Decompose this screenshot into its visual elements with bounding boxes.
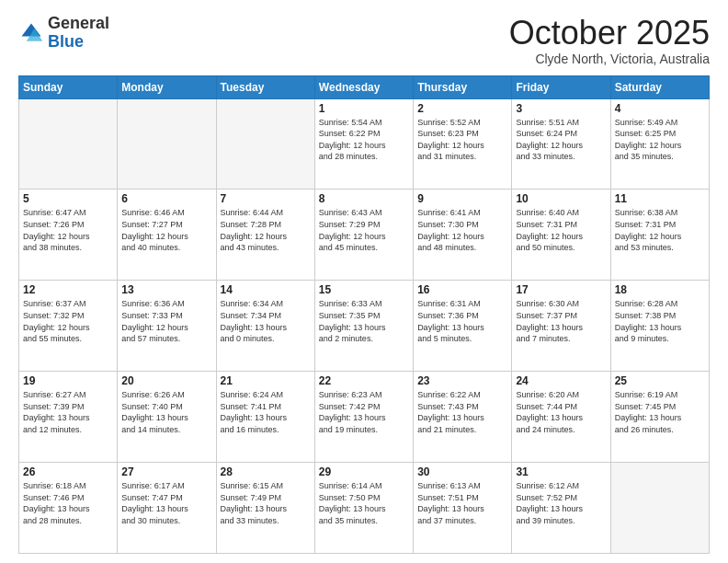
day-number: 29 — [319, 465, 409, 478]
day-number: 21 — [221, 374, 311, 387]
title-block: October 2025 Clyde North, Victoria, Aust… — [509, 15, 710, 66]
day-info: Sunrise: 6:23 AM Sunset: 7:42 PM Dayligh… — [319, 389, 409, 435]
day-number: 6 — [121, 192, 211, 205]
day-number: 8 — [319, 192, 409, 205]
calendar-cell: 5Sunrise: 6:47 AM Sunset: 7:26 PM Daylig… — [19, 190, 118, 281]
calendar-cell: 2Sunrise: 5:52 AM Sunset: 6:23 PM Daylig… — [414, 98, 512, 190]
day-number: 3 — [516, 102, 606, 115]
location: Clyde North, Victoria, Australia — [509, 52, 710, 66]
day-info: Sunrise: 6:44 AM Sunset: 7:28 PM Dayligh… — [221, 207, 311, 253]
calendar-cell: 9Sunrise: 6:41 AM Sunset: 7:30 PM Daylig… — [414, 190, 512, 281]
calendar-cell: 29Sunrise: 6:14 AM Sunset: 7:50 PM Dayli… — [314, 463, 413, 554]
calendar-cell: 27Sunrise: 6:17 AM Sunset: 7:47 PM Dayli… — [118, 463, 216, 554]
day-number: 7 — [221, 192, 311, 205]
day-info: Sunrise: 6:27 AM Sunset: 7:39 PM Dayligh… — [23, 389, 113, 435]
calendar-cell: 11Sunrise: 6:38 AM Sunset: 7:31 PM Dayli… — [610, 190, 709, 281]
day-info: Sunrise: 6:13 AM Sunset: 7:51 PM Dayligh… — [417, 480, 507, 526]
calendar-cell: 7Sunrise: 6:44 AM Sunset: 7:28 PM Daylig… — [216, 190, 314, 281]
calendar-cell: 14Sunrise: 6:34 AM Sunset: 7:34 PM Dayli… — [216, 281, 314, 372]
calendar-cell: 30Sunrise: 6:13 AM Sunset: 7:51 PM Dayli… — [414, 463, 512, 554]
calendar-cell: 8Sunrise: 6:43 AM Sunset: 7:29 PM Daylig… — [314, 190, 413, 281]
day-number: 20 — [121, 374, 211, 387]
day-info: Sunrise: 6:34 AM Sunset: 7:34 PM Dayligh… — [221, 298, 311, 344]
day-info: Sunrise: 6:12 AM Sunset: 7:52 PM Dayligh… — [516, 480, 606, 526]
day-info: Sunrise: 6:38 AM Sunset: 7:31 PM Dayligh… — [615, 207, 705, 253]
calendar-cell: 13Sunrise: 6:36 AM Sunset: 7:33 PM Dayli… — [118, 281, 216, 372]
logo-icon — [18, 20, 44, 46]
day-of-week-header: Saturday — [610, 75, 709, 98]
day-number: 4 — [615, 102, 705, 115]
calendar-cell: 18Sunrise: 6:28 AM Sunset: 7:38 PM Dayli… — [610, 281, 709, 372]
calendar-cell: 6Sunrise: 6:46 AM Sunset: 7:27 PM Daylig… — [118, 190, 216, 281]
day-of-week-header: Monday — [118, 75, 216, 98]
calendar-cell — [19, 98, 118, 190]
calendar-cell — [216, 98, 314, 190]
page: General Blue October 2025 Clyde North, V… — [0, 0, 728, 563]
calendar-cell: 4Sunrise: 5:49 AM Sunset: 6:25 PM Daylig… — [610, 98, 709, 190]
day-info: Sunrise: 6:26 AM Sunset: 7:40 PM Dayligh… — [121, 389, 211, 435]
calendar-cell: 3Sunrise: 5:51 AM Sunset: 6:24 PM Daylig… — [512, 98, 610, 190]
day-number: 22 — [319, 374, 409, 387]
calendar-cell — [118, 98, 216, 190]
calendar-cell: 16Sunrise: 6:31 AM Sunset: 7:36 PM Dayli… — [414, 281, 512, 372]
calendar-cell: 24Sunrise: 6:20 AM Sunset: 7:44 PM Dayli… — [512, 372, 610, 463]
day-info: Sunrise: 6:41 AM Sunset: 7:30 PM Dayligh… — [417, 207, 507, 253]
calendar-table: SundayMondayTuesdayWednesdayThursdayFrid… — [18, 75, 710, 554]
calendar-cell: 20Sunrise: 6:26 AM Sunset: 7:40 PM Dayli… — [118, 372, 216, 463]
day-number: 26 — [23, 465, 113, 478]
day-info: Sunrise: 6:17 AM Sunset: 7:47 PM Dayligh… — [121, 480, 211, 526]
day-number: 17 — [516, 283, 606, 296]
day-info: Sunrise: 6:43 AM Sunset: 7:29 PM Dayligh… — [319, 207, 409, 253]
day-info: Sunrise: 6:28 AM Sunset: 7:38 PM Dayligh… — [615, 298, 705, 344]
day-of-week-header: Wednesday — [314, 75, 413, 98]
day-number: 27 — [121, 465, 211, 478]
day-info: Sunrise: 6:20 AM Sunset: 7:44 PM Dayligh… — [516, 389, 606, 435]
calendar-cell: 23Sunrise: 6:22 AM Sunset: 7:43 PM Dayli… — [414, 372, 512, 463]
day-info: Sunrise: 6:37 AM Sunset: 7:32 PM Dayligh… — [23, 298, 113, 344]
day-of-week-header: Thursday — [414, 75, 512, 98]
day-info: Sunrise: 6:14 AM Sunset: 7:50 PM Dayligh… — [319, 480, 409, 526]
day-number: 12 — [23, 283, 113, 296]
header: General Blue October 2025 Clyde North, V… — [18, 15, 710, 66]
day-info: Sunrise: 5:52 AM Sunset: 6:23 PM Dayligh… — [417, 117, 507, 163]
day-info: Sunrise: 6:47 AM Sunset: 7:26 PM Dayligh… — [23, 207, 113, 253]
day-of-week-header: Friday — [512, 75, 610, 98]
day-number: 24 — [516, 374, 606, 387]
day-of-week-header: Tuesday — [216, 75, 314, 98]
day-info: Sunrise: 5:54 AM Sunset: 6:22 PM Dayligh… — [319, 117, 409, 163]
calendar-cell: 22Sunrise: 6:23 AM Sunset: 7:42 PM Dayli… — [314, 372, 413, 463]
day-info: Sunrise: 6:46 AM Sunset: 7:27 PM Dayligh… — [121, 207, 211, 253]
day-number: 19 — [23, 374, 113, 387]
calendar-cell: 28Sunrise: 6:15 AM Sunset: 7:49 PM Dayli… — [216, 463, 314, 554]
day-info: Sunrise: 5:49 AM Sunset: 6:25 PM Dayligh… — [615, 117, 705, 163]
calendar-cell: 26Sunrise: 6:18 AM Sunset: 7:46 PM Dayli… — [19, 463, 118, 554]
day-number: 18 — [615, 283, 705, 296]
logo: General Blue — [18, 15, 109, 52]
day-info: Sunrise: 6:15 AM Sunset: 7:49 PM Dayligh… — [221, 480, 311, 526]
day-number: 1 — [319, 102, 409, 115]
calendar-cell — [610, 463, 709, 554]
day-number: 23 — [417, 374, 507, 387]
day-number: 5 — [23, 192, 113, 205]
day-info: Sunrise: 6:36 AM Sunset: 7:33 PM Dayligh… — [121, 298, 211, 344]
day-number: 9 — [417, 192, 507, 205]
calendar-cell: 12Sunrise: 6:37 AM Sunset: 7:32 PM Dayli… — [19, 281, 118, 372]
day-info: Sunrise: 5:51 AM Sunset: 6:24 PM Dayligh… — [516, 117, 606, 163]
calendar-cell: 17Sunrise: 6:30 AM Sunset: 7:37 PM Dayli… — [512, 281, 610, 372]
day-number: 31 — [516, 465, 606, 478]
day-of-week-header: Sunday — [19, 75, 118, 98]
calendar-cell: 10Sunrise: 6:40 AM Sunset: 7:31 PM Dayli… — [512, 190, 610, 281]
calendar-cell: 15Sunrise: 6:33 AM Sunset: 7:35 PM Dayli… — [314, 281, 413, 372]
day-info: Sunrise: 6:19 AM Sunset: 7:45 PM Dayligh… — [615, 389, 705, 435]
day-info: Sunrise: 6:31 AM Sunset: 7:36 PM Dayligh… — [417, 298, 507, 344]
logo-text: General Blue — [48, 15, 109, 52]
day-number: 25 — [615, 374, 705, 387]
day-number: 28 — [221, 465, 311, 478]
calendar-cell: 1Sunrise: 5:54 AM Sunset: 6:22 PM Daylig… — [314, 98, 413, 190]
day-number: 30 — [417, 465, 507, 478]
calendar-cell: 31Sunrise: 6:12 AM Sunset: 7:52 PM Dayli… — [512, 463, 610, 554]
day-info: Sunrise: 6:18 AM Sunset: 7:46 PM Dayligh… — [23, 480, 113, 526]
day-info: Sunrise: 6:33 AM Sunset: 7:35 PM Dayligh… — [319, 298, 409, 344]
calendar-cell: 21Sunrise: 6:24 AM Sunset: 7:41 PM Dayli… — [216, 372, 314, 463]
day-number: 13 — [121, 283, 211, 296]
